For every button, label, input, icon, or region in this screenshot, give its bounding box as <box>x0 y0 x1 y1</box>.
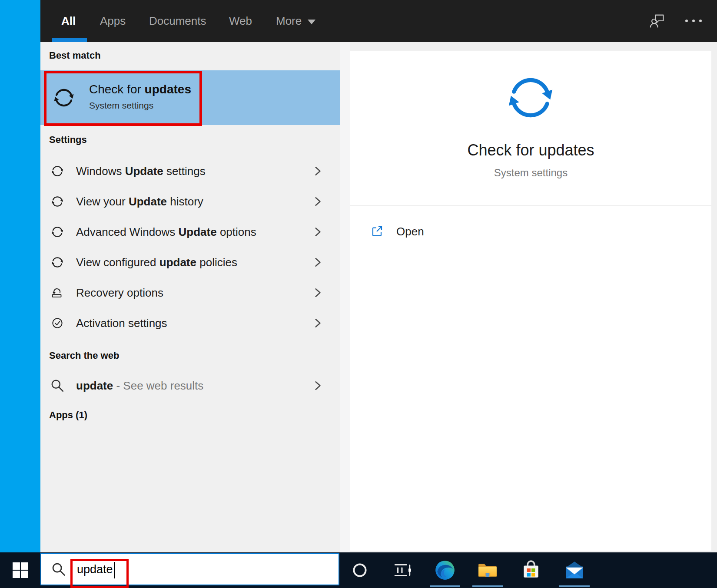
search-results-panel: Best match Check for updates System sett… <box>40 42 340 552</box>
result-activation-settings[interactable]: Activation settings <box>40 311 340 335</box>
divider <box>350 205 711 206</box>
edge-button[interactable] <box>434 559 456 581</box>
sync-icon <box>502 69 559 126</box>
recovery-icon <box>50 285 65 300</box>
open-external-icon <box>371 225 383 238</box>
chevron-down-icon <box>308 20 315 24</box>
best-match-result[interactable]: Check for updates System settings <box>40 70 340 125</box>
sync-icon <box>50 194 65 209</box>
running-indicator-edge <box>430 585 460 587</box>
search-input[interactable]: update <box>40 553 339 585</box>
windows-search-screen: All Apps Documents Web More Best match C… <box>0 0 717 588</box>
search-filter-bar: All Apps Documents Web More <box>40 0 717 42</box>
panel-divider <box>340 42 350 552</box>
search-icon <box>50 378 65 393</box>
sync-icon <box>50 164 65 178</box>
person-chat-icon <box>649 12 666 30</box>
result-view-update-policies[interactable]: View configured update policies <box>40 250 340 274</box>
sync-icon <box>50 225 65 239</box>
mail-button[interactable] <box>564 559 585 581</box>
chevron-right-icon[interactable] <box>312 257 323 268</box>
preview-subtitle: System settings <box>350 166 711 180</box>
chevron-right-icon[interactable] <box>312 165 323 177</box>
preview-title: Check for updates <box>350 140 711 161</box>
sync-icon <box>50 255 65 270</box>
store-icon <box>520 559 542 581</box>
tab-web[interactable]: Web <box>229 0 252 42</box>
activation-icon <box>50 316 65 330</box>
chevron-right-icon[interactable] <box>312 196 323 207</box>
file-explorer-button[interactable] <box>477 559 498 581</box>
result-view-update-history[interactable]: View your Update history <box>40 189 340 214</box>
file-explorer-icon <box>477 559 498 581</box>
ellipsis-icon <box>685 20 688 22</box>
search-icon <box>51 562 66 577</box>
tab-more[interactable]: More <box>276 0 315 42</box>
chevron-right-icon[interactable] <box>312 226 323 238</box>
text-cursor <box>114 562 115 578</box>
more-options-button[interactable] <box>685 17 710 24</box>
result-web-search[interactable]: update - See web results <box>40 373 340 398</box>
taskbar: update <box>0 552 717 588</box>
task-view-button[interactable] <box>392 559 413 581</box>
windows-logo-icon <box>13 562 28 578</box>
chevron-right-icon[interactable] <box>312 287 323 298</box>
best-match-header: Best match <box>49 50 101 61</box>
store-button[interactable] <box>520 559 542 581</box>
preview-card: Check for updates System settings Open <box>350 51 711 551</box>
tab-documents[interactable]: Documents <box>149 0 206 42</box>
task-view-icon <box>392 559 413 581</box>
desktop-background <box>0 0 40 552</box>
chevron-right-icon[interactable] <box>312 317 323 329</box>
result-label: Windows Update settings <box>76 159 206 183</box>
result-label: View configured update policies <box>76 250 237 274</box>
apps-header: Apps (1) <box>49 410 87 421</box>
result-label: update - See web results <box>76 373 203 398</box>
search-the-web-header: Search the web <box>49 350 119 361</box>
edge-icon <box>434 559 456 581</box>
result-windows-update-settings[interactable]: Windows Update settings <box>40 159 340 183</box>
result-label: Advanced Windows Update options <box>76 220 256 244</box>
best-match-title: Check for updates <box>89 82 191 97</box>
tab-more-label: More <box>276 14 302 28</box>
result-recovery-options[interactable]: Recovery options <box>40 281 340 305</box>
active-tab-indicator <box>52 38 87 42</box>
start-button[interactable] <box>0 552 40 588</box>
sync-icon <box>51 85 76 110</box>
chevron-right-icon[interactable] <box>312 380 323 391</box>
feedback-button[interactable] <box>649 12 666 30</box>
open-action[interactable]: Open <box>350 219 711 244</box>
search-input-value: update <box>77 554 115 585</box>
running-indicator-explorer <box>472 585 503 587</box>
result-label: View your Update history <box>76 189 203 214</box>
result-label: Activation settings <box>76 311 167 335</box>
result-advanced-update-options[interactable]: Advanced Windows Update options <box>40 220 340 244</box>
cortana-icon <box>349 559 371 581</box>
open-label: Open <box>396 219 424 244</box>
tab-all[interactable]: All <box>61 0 76 42</box>
mail-icon <box>564 559 585 581</box>
tab-apps[interactable]: Apps <box>100 0 126 42</box>
result-label: Recovery options <box>76 281 163 305</box>
settings-header: Settings <box>49 134 87 145</box>
cortana-button[interactable] <box>349 559 371 581</box>
preview-area: Check for updates System settings Open <box>350 42 717 552</box>
running-indicator-mail <box>559 585 590 587</box>
best-match-subtitle: System settings <box>89 99 191 112</box>
